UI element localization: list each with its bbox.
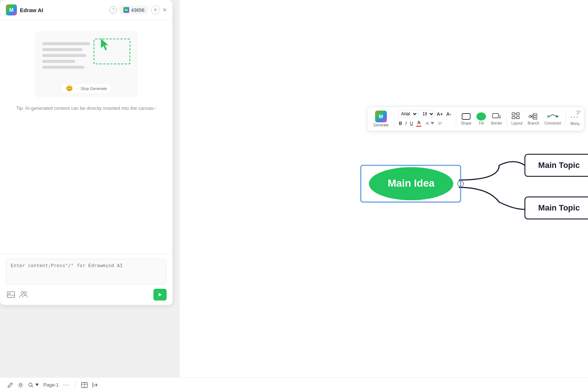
canvas-area: M Generate Arial 18 A+ A- B I U: [180, 0, 588, 392]
pin-button[interactable]: [576, 110, 581, 116]
float-toolbar: M Generate Arial 18 A+ A- B I U: [367, 107, 584, 131]
connector-label: Connector: [544, 121, 561, 125]
divider2: [456, 112, 456, 126]
shape-section[interactable]: Shape: [458, 111, 473, 127]
status-bar: Page-1 ···: [0, 377, 588, 392]
svg-rect-19: [533, 116, 537, 117]
divider3: [507, 112, 507, 126]
font-size-select[interactable]: 18: [419, 110, 435, 118]
page-label: Page-1: [43, 382, 59, 388]
tab-logo: M: [123, 7, 129, 13]
panel-header: M Edraw AI ? M 43656 + ×: [0, 0, 173, 20]
input-toolbar: [6, 289, 167, 301]
send-button[interactable]: [153, 289, 167, 301]
layout-section[interactable]: Layout: [509, 111, 525, 127]
svg-text:Main Topic: Main Topic: [538, 203, 580, 212]
table-status-icon[interactable]: [81, 382, 88, 388]
tab-item[interactable]: M 43656: [120, 6, 148, 14]
branch-section[interactable]: Branch: [525, 111, 541, 127]
svg-rect-9: [516, 113, 519, 115]
expand-button[interactable]: [577, 122, 581, 128]
more-dots[interactable]: ···: [63, 382, 69, 388]
underline-button[interactable]: U: [409, 120, 414, 127]
font-increase-button[interactable]: A+: [436, 110, 444, 118]
edit-status-item[interactable]: [7, 382, 13, 388]
line1: [42, 42, 90, 45]
people-icon[interactable]: [18, 289, 29, 300]
svg-point-33: [29, 383, 32, 386]
collapse-status-icon[interactable]: [92, 382, 99, 388]
divider4: [566, 112, 566, 126]
generate-logo: M: [375, 111, 387, 122]
svg-point-21: [547, 115, 549, 118]
svg-point-3: [21, 292, 24, 294]
svg-point-32: [19, 384, 22, 386]
stop-generate-bar[interactable]: 😊 ··· Stop Generate: [61, 83, 112, 94]
line3: [42, 54, 86, 57]
layout-label: Layout: [511, 121, 522, 125]
svg-rect-18: [533, 114, 537, 115]
tip-text: Tip: AI-generated content can be directl…: [16, 105, 156, 112]
generate-section[interactable]: M Generate: [370, 109, 392, 129]
italic-button[interactable]: I: [404, 120, 407, 127]
border-label: Border: [491, 121, 502, 125]
close-button[interactable]: ×: [163, 6, 167, 14]
divider1: [394, 112, 394, 126]
svg-line-34: [32, 386, 33, 387]
svg-text:Main Topic: Main Topic: [538, 161, 580, 170]
bold-button[interactable]: B: [398, 120, 403, 127]
highlight-color-button[interactable]: [424, 120, 435, 127]
svg-text:Main Idea: Main Idea: [388, 177, 435, 189]
panel-content: 😊 ··· Stop Generate Tip: AI-generated co…: [0, 20, 173, 254]
svg-rect-20: [533, 118, 537, 119]
search-status-item[interactable]: [28, 382, 39, 388]
format-row: B I U A: [398, 119, 453, 128]
shape-row: [461, 112, 471, 121]
svg-rect-8: [512, 113, 515, 115]
line2: [42, 48, 83, 51]
svg-point-4: [24, 292, 27, 294]
font-decrease-button[interactable]: A-: [445, 110, 453, 118]
generate-label: Generate: [373, 123, 389, 127]
mindmap-canvas: Main Idea Main Topic Main Topic: [360, 132, 588, 242]
panel-title: Edraw AI: [20, 7, 106, 13]
line5: [42, 66, 84, 69]
svg-rect-1: [7, 292, 15, 298]
shape-label: Shape: [461, 121, 471, 125]
line4: [42, 60, 75, 63]
preview-area: 😊 ··· Stop Generate: [35, 31, 138, 97]
font-color-button[interactable]: A: [415, 119, 422, 128]
branch-label: Branch: [527, 121, 539, 125]
svg-rect-7: [493, 114, 498, 118]
svg-line-17: [531, 116, 533, 119]
help-button[interactable]: ?: [109, 6, 117, 14]
fill-section[interactable]: Fill: [474, 111, 488, 127]
new-tab-button[interactable]: +: [151, 6, 160, 14]
svg-rect-11: [516, 116, 519, 119]
font-family-select[interactable]: Arial: [398, 110, 418, 118]
connector-section[interactable]: Connector: [542, 111, 563, 127]
stop-generate-label: Stop Generate: [81, 86, 107, 91]
svg-rect-10: [512, 116, 515, 119]
more-format-button[interactable]: [436, 120, 444, 127]
preview-selection: [94, 39, 130, 64]
font-section: Arial 18 A+ A- B I U A: [396, 109, 454, 129]
fill-label: Fill: [479, 121, 484, 125]
content-input[interactable]: [6, 259, 167, 284]
left-panel: M Edraw AI ? M 43656 + ×: [0, 0, 173, 305]
image-icon[interactable]: [6, 289, 16, 300]
svg-marker-0: [101, 39, 108, 50]
preview-lines: [42, 42, 90, 72]
svg-point-14: [529, 115, 531, 118]
tab-number: 43656: [131, 7, 144, 13]
app-logo: M: [6, 4, 17, 15]
svg-line-15: [531, 114, 533, 116]
settings-status-item[interactable]: [18, 382, 23, 388]
preview-cursor: [101, 39, 112, 53]
font-row: Arial 18 A+ A-: [398, 110, 453, 118]
svg-rect-6: [462, 114, 470, 119]
status-divider: [75, 381, 75, 389]
input-area: [0, 254, 173, 305]
border-section[interactable]: Border: [489, 111, 504, 127]
